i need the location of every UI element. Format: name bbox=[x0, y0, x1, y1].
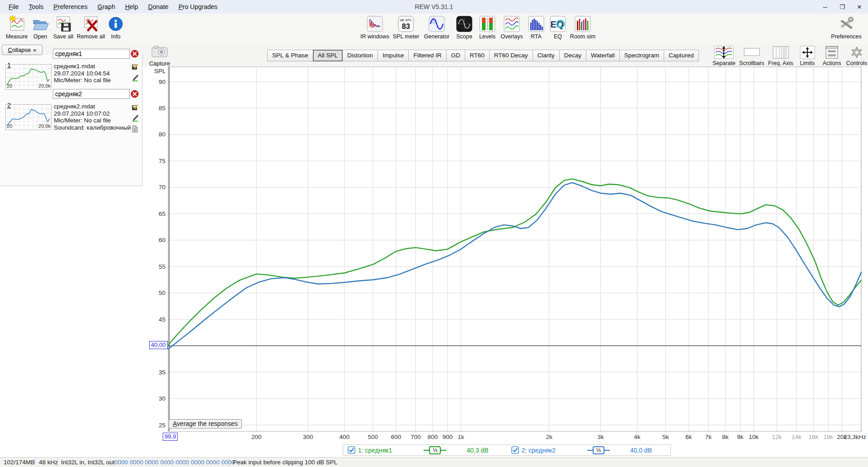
actions-button[interactable]: Actions bbox=[821, 45, 842, 66]
menu-preferences[interactable]: Preferences bbox=[49, 2, 92, 12]
thumb-1-max-label: 20,0k bbox=[33, 83, 51, 89]
measurement-2-info: средняк2.mdat 29.07.2024 10:07:02 Mic/Me… bbox=[54, 103, 136, 131]
overlays-button[interactable]: Overlays bbox=[499, 15, 525, 40]
measurement-1-name-input[interactable] bbox=[53, 49, 130, 59]
cursor-freq-label: 99,9 bbox=[163, 433, 178, 441]
legend-1-checkbox[interactable] bbox=[348, 446, 355, 454]
limits-button[interactable]: Limits bbox=[797, 45, 818, 66]
tab-decay[interactable]: Decay bbox=[559, 50, 586, 61]
svg-text:23,3kHz: 23,3kHz bbox=[844, 434, 866, 440]
open-button[interactable]: Open bbox=[30, 15, 51, 40]
svg-text:14k: 14k bbox=[792, 434, 802, 440]
menu-tools[interactable]: Tools bbox=[25, 2, 48, 12]
maximize-button[interactable]: ❐ bbox=[834, 0, 851, 14]
measurement-1-notes-pencil-icon[interactable] bbox=[132, 74, 139, 83]
svg-text:900: 900 bbox=[443, 434, 453, 440]
ir-windows-button[interactable]: IR windows bbox=[359, 15, 391, 40]
measurement-2-datetime: 29.07.2024 10:07:02 bbox=[54, 110, 136, 117]
measurement-2-cal-file-icon[interactable] bbox=[132, 125, 138, 135]
svg-text:75: 75 bbox=[159, 158, 165, 164]
tab-impulse[interactable]: Impulse bbox=[377, 50, 409, 61]
freq-axis-button[interactable]: Freq. Axis bbox=[768, 45, 793, 66]
collapse-panel-button[interactable]: Collapse « bbox=[2, 45, 42, 55]
scrollbars-button[interactable]: Scrollbars bbox=[739, 45, 764, 66]
measurement-1-info: средняк1.mdat 29.07.2024 10:04:54 Mic/Me… bbox=[54, 63, 111, 84]
svg-text:9k: 9k bbox=[737, 434, 744, 440]
scope-button[interactable]: Scope bbox=[453, 15, 476, 40]
svg-text:83: 83 bbox=[402, 23, 410, 30]
controls-button[interactable]: Controls bbox=[846, 45, 867, 66]
tab-gd[interactable]: GD bbox=[446, 50, 465, 61]
measurement-2-notes-pencil-icon[interactable] bbox=[132, 114, 139, 123]
measurement-1-save-icon[interactable] bbox=[132, 63, 139, 72]
svg-text:0: 0 bbox=[486, 18, 488, 21]
menu-file[interactable]: File bbox=[5, 2, 23, 12]
svg-text:500: 500 bbox=[368, 434, 378, 440]
title-bar: File Tools Preferences Graph Help Donate… bbox=[0, 0, 868, 14]
svg-text:16k: 16k bbox=[808, 434, 818, 440]
thumb-2-min-label: 20 bbox=[7, 123, 12, 129]
svg-text:45: 45 bbox=[159, 316, 165, 323]
remove-all-button[interactable]: Remove all bbox=[76, 15, 106, 40]
info-button[interactable]: Info bbox=[106, 15, 126, 40]
measure-icon bbox=[7, 15, 26, 33]
menu-graph[interactable]: Graph bbox=[94, 2, 119, 12]
preferences-button[interactable]: Preferences bbox=[828, 15, 864, 40]
levels-button[interactable]: 0369 Levels bbox=[476, 15, 499, 40]
capture-button[interactable]: Capture bbox=[146, 45, 174, 67]
svg-text:6k: 6k bbox=[685, 434, 692, 440]
legend-1-label: 1: средняк1 bbox=[358, 447, 392, 454]
rta-button[interactable]: RTA bbox=[525, 15, 547, 40]
rta-icon bbox=[527, 15, 546, 33]
measurement-2-number-link[interactable]: 2 bbox=[7, 102, 11, 109]
measure-button[interactable]: Measure bbox=[4, 15, 30, 40]
freq-axis-icon bbox=[770, 45, 791, 60]
legend-2-checkbox[interactable] bbox=[511, 446, 519, 454]
room-sim-button[interactable]: Room sim bbox=[568, 15, 597, 40]
tab-rt60-decay[interactable]: RT60 Decay bbox=[489, 50, 533, 61]
tab-filtered-ir[interactable]: Filtered IR bbox=[408, 50, 446, 61]
camera-icon bbox=[151, 51, 168, 59]
measurement-2-save-icon[interactable] bbox=[132, 103, 139, 112]
measurement-2-delete-button[interactable] bbox=[131, 90, 139, 98]
tab-spectrogram[interactable]: Spectrogram bbox=[619, 50, 664, 61]
graph-right-buttons: Separate Scrollbars Freq. Axis Limits Ac… bbox=[712, 45, 867, 66]
save-all-button[interactable]: Save all bbox=[51, 15, 76, 40]
room-sim-icon bbox=[573, 15, 592, 33]
measurement-1-number-link[interactable]: 1 bbox=[7, 61, 11, 69]
tab-clarity[interactable]: Clarity bbox=[533, 50, 560, 61]
legend-2-smoothing-button[interactable]: ⅓ bbox=[587, 446, 610, 454]
info-icon bbox=[106, 15, 125, 33]
tab-spl-phase[interactable]: SPL & Phase bbox=[267, 50, 313, 61]
spl-meter-button[interactable]: dB SPL83 SPL meter bbox=[391, 15, 421, 40]
menu-pro-upgrades[interactable]: Pro Upgrades bbox=[175, 2, 222, 12]
rew-window: File Tools Preferences Graph Help Donate… bbox=[0, 0, 868, 467]
tab-all-spl[interactable]: All SPL bbox=[313, 50, 343, 61]
status-io-format: Int32L in, Int32L out bbox=[57, 458, 111, 467]
legend-1-smoothing-button[interactable]: ⅓ bbox=[424, 446, 446, 454]
actions-icon bbox=[821, 45, 842, 60]
status-peak-input: Peak input before clipping 100 dB SPL bbox=[229, 458, 326, 467]
spl-chart-plot[interactable]: SPL9085807570656055504540353025200300400… bbox=[149, 63, 868, 445]
measurement-2-name-input[interactable] bbox=[53, 89, 130, 99]
tab-captured[interactable]: Captured bbox=[664, 50, 699, 61]
menu-donate[interactable]: Donate bbox=[144, 2, 173, 12]
svg-text:8k: 8k bbox=[722, 434, 729, 440]
tab-waterfall[interactable]: Waterfall bbox=[586, 50, 620, 61]
limits-icon bbox=[797, 45, 818, 60]
tab-distortion[interactable]: Distortion bbox=[342, 50, 378, 61]
close-button[interactable]: ✕ bbox=[851, 0, 868, 14]
tab-rt60[interactable]: RT60 bbox=[465, 50, 490, 61]
measurement-1-delete-button[interactable] bbox=[131, 50, 139, 58]
legend-1-offset-value: 40,3 dB bbox=[467, 447, 488, 454]
save-icon bbox=[54, 15, 73, 33]
ir-windows-icon bbox=[365, 15, 384, 33]
svg-text:70: 70 bbox=[159, 184, 165, 191]
separate-button[interactable]: Separate bbox=[712, 45, 736, 66]
menu-help[interactable]: Help bbox=[121, 2, 142, 12]
svg-text:SPL: SPL bbox=[154, 68, 166, 75]
generator-button[interactable]: Generator bbox=[421, 15, 453, 40]
minimize-button[interactable]: ─ bbox=[816, 0, 834, 14]
eq-button[interactable]: EQ EQ bbox=[547, 15, 568, 40]
status-bar: 102/174MB 48 kHz Int32L in, Int32L out 0… bbox=[0, 457, 868, 467]
